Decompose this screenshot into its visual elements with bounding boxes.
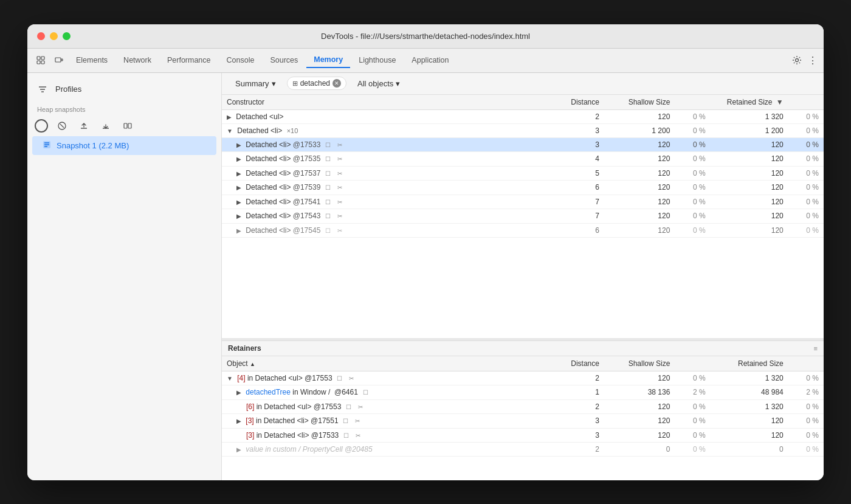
th-retained-size[interactable]: Retained Size ▼ — [711, 95, 788, 110]
table-row[interactable]: ▼ Detached <li> ×10 3 1 200 0 % 1 200 0 … — [222, 123, 824, 137]
retainer-row[interactable]: ▶ detachedTree in Window / @6461 ☐ 1 38 … — [222, 385, 824, 400]
node-icon[interactable]: ☐ — [336, 374, 344, 382]
heap-snapshots-label: Heap snapshots — [27, 101, 221, 116]
expand-icon[interactable]: ▶ — [236, 199, 241, 205]
upload-icon-btn[interactable] — [76, 118, 92, 134]
retainer-row[interactable]: [6] in Detached <ul> @17553 ☐ ✂ 2 120 0 … — [222, 399, 824, 414]
maximize-button[interactable] — [63, 32, 71, 40]
table-row[interactable]: ▶ Detached <li> @17543 ☐ ✂ 7 120 0 % 120 — [222, 209, 824, 224]
expand-icon[interactable]: ▶ — [236, 418, 241, 424]
tab-sources[interactable]: Sources — [263, 53, 305, 67]
scissors-icon[interactable]: ✂ — [347, 374, 356, 382]
table-row[interactable]: ▶ Detached <li> @17533 ☐ ✂ 3 120 0 % 120 — [222, 137, 824, 152]
table-row[interactable]: ▶ Detached <li> @17535 ☐ ✂ 4 120 0 % 120 — [222, 152, 824, 167]
table-row[interactable]: ▶ Detached <ul> 2 120 0 % 1 320 0 % — [222, 109, 824, 123]
node-icon[interactable]: ☐ — [324, 212, 332, 221]
record-icon-btn[interactable] — [35, 119, 48, 133]
tab-application[interactable]: Application — [404, 53, 456, 67]
download-icon-btn[interactable] — [98, 118, 114, 134]
tab-network[interactable]: Network — [116, 53, 159, 67]
content-toolbar: Summary ▾ ⊞ detached ✕ All objects ▾ — [222, 73, 824, 95]
snapshot-icon — [42, 140, 52, 151]
svg-rect-2 — [37, 61, 40, 64]
upper-section: Constructor Distance Shallow Size Retain… — [222, 95, 824, 338]
expand-icon[interactable]: ▶ — [236, 156, 241, 162]
filter-icon-btn[interactable] — [35, 81, 50, 97]
all-objects-dropdown[interactable]: All objects ▾ — [351, 77, 406, 91]
heap-table-container[interactable]: Constructor Distance Shallow Size Retain… — [222, 95, 824, 338]
node-icon[interactable]: ☐ — [324, 198, 332, 206]
tab-elements[interactable]: Elements — [69, 53, 115, 67]
expand-icon[interactable]: ▶ — [236, 184, 241, 191]
close-button[interactable] — [37, 32, 45, 40]
sidebar-action-toolbar — [27, 116, 221, 136]
svg-point-6 — [796, 59, 799, 62]
retainer-row[interactable]: ▶ [3] in Detached <li> @17551 ☐ ✂ 3 120 … — [222, 414, 824, 429]
expand-icon[interactable]: ▶ — [236, 389, 241, 396]
device-icon-btn[interactable] — [50, 52, 67, 69]
retainer-row[interactable]: [3] in Detached <li> @17533 ☐ ✂ 3 120 0 … — [222, 428, 824, 443]
tab-memory[interactable]: Memory — [306, 52, 350, 68]
scissors-icon[interactable]: ✂ — [353, 417, 362, 426]
table-row[interactable]: ▶ Detached <li> @17539 ☐ ✂ 6 120 0 % 120 — [222, 181, 824, 195]
svg-rect-0 — [37, 57, 40, 60]
filter-icon: ⊞ — [292, 80, 298, 88]
node-icon[interactable]: ☐ — [342, 417, 350, 426]
retainers-table-container[interactable]: Object ▲ Distance Shallow Size Retained … — [222, 356, 824, 480]
tab-console[interactable]: Console — [219, 53, 262, 67]
compare-icon-btn[interactable] — [120, 118, 136, 134]
scissors-icon[interactable]: ✂ — [336, 184, 344, 192]
retainer-row[interactable]: ▼ [4] in Detached <ul> @17553 ☐ ✂ 2 120 … — [222, 371, 824, 385]
th-shallow-size[interactable]: Shallow Size — [604, 95, 675, 110]
scissors-icon[interactable]: ✂ — [336, 155, 344, 164]
th-ret-shallow[interactable]: Shallow Size — [604, 356, 675, 371]
node-icon[interactable]: ☐ — [361, 388, 370, 397]
th-object[interactable]: Object ▲ — [222, 356, 540, 371]
tab-lighthouse[interactable]: Lighthouse — [351, 53, 403, 67]
snapshot-item[interactable]: Snapshot 1 (2.2 MB) — [32, 136, 216, 155]
th-constructor[interactable]: Constructor — [222, 95, 540, 110]
th-ret-distance[interactable]: Distance — [540, 356, 604, 371]
expand-icon[interactable]: ▶ — [236, 213, 241, 219]
more-icon[interactable]: ⋮ — [807, 52, 819, 69]
node-icon[interactable]: ☐ — [345, 402, 353, 411]
tab-performance[interactable]: Performance — [160, 53, 218, 67]
node-icon[interactable]: ☐ — [324, 155, 332, 164]
scissors-icon[interactable]: ✂ — [336, 198, 344, 206]
expand-icon[interactable]: ▶ — [236, 446, 241, 453]
scissors-icon[interactable]: ✂ — [356, 402, 365, 411]
scissors-icon[interactable]: ✂ — [336, 140, 344, 149]
node-icon[interactable]: ☐ — [324, 169, 332, 178]
expand-icon[interactable]: ▶ — [236, 170, 241, 177]
expand-icon[interactable]: ▶ — [236, 142, 241, 148]
expand-icon[interactable]: ▶ — [236, 227, 241, 234]
expand-icon[interactable]: ▶ — [227, 114, 232, 120]
inspect-icon-btn[interactable] — [32, 52, 49, 69]
titlebar: DevTools - file:///Users/stmarthe/detach… — [27, 24, 824, 49]
svg-rect-15 — [128, 123, 131, 128]
th-distance[interactable]: Distance — [540, 95, 604, 110]
node-icon[interactable]: ☐ — [324, 226, 332, 235]
scissors-icon[interactable]: ✂ — [336, 169, 344, 178]
detached-tree-link[interactable]: detachedTree — [246, 388, 291, 396]
content-panel: Summary ▾ ⊞ detached ✕ All objects ▾ — [222, 73, 824, 480]
table-row[interactable]: ▶ Detached <li> @17545 ☐ ✂ 6 120 0 % 120 — [222, 223, 824, 238]
summary-dropdown[interactable]: Summary ▾ — [229, 77, 282, 91]
minimize-button[interactable] — [50, 32, 58, 40]
table-row[interactable]: ▶ Detached <li> @17537 ☐ ✂ 5 120 0 % 120 — [222, 166, 824, 181]
clear-icon-btn[interactable] — [54, 118, 70, 134]
retainer-row[interactable]: ▶ value in custom / PropertyCell @20485 … — [222, 443, 824, 457]
expand-icon[interactable]: ▼ — [227, 375, 233, 382]
node-icon[interactable]: ☐ — [342, 431, 351, 440]
scissors-icon[interactable]: ✂ — [336, 212, 344, 221]
settings-icon[interactable] — [788, 52, 805, 69]
scissors-icon[interactable]: ✂ — [336, 226, 344, 235]
filter-remove-btn[interactable]: ✕ — [332, 79, 341, 88]
th-ret-retained[interactable]: Retained Size — [711, 356, 788, 371]
scissors-icon[interactable]: ✂ — [354, 431, 362, 440]
node-icon[interactable]: ☐ — [324, 140, 332, 149]
table-row[interactable]: ▶ Detached <li> @17541 ☐ ✂ 7 120 0 % 120 — [222, 195, 824, 209]
node-icon[interactable]: ☐ — [324, 184, 332, 192]
th-shallow-pct — [675, 95, 710, 110]
expand-icon[interactable]: ▼ — [227, 128, 233, 134]
